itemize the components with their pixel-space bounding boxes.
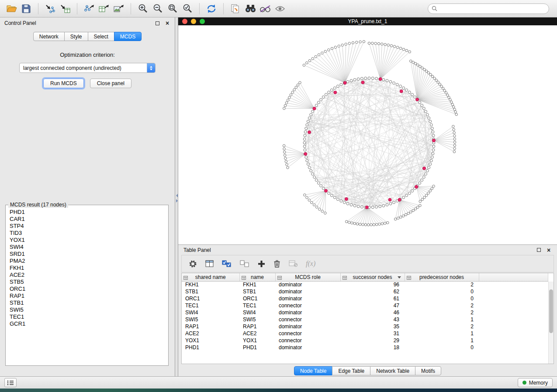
table-settings-button[interactable]	[189, 260, 197, 268]
zoom-in-button[interactable]	[136, 2, 150, 16]
zoom-selected-button[interactable]	[180, 2, 194, 16]
node-table-container: shared name name MCDS role	[181, 273, 554, 364]
import-table-button[interactable]	[58, 2, 72, 16]
table-row[interactable]: ACE2ACE2connector311	[182, 330, 548, 337]
run-mcds-button[interactable]: Run MCDS	[43, 79, 84, 88]
memory-label: Memory	[529, 380, 548, 386]
tab-mcds[interactable]: MCDS	[114, 32, 142, 41]
table-row[interactable]: SWI4SWI4dominator462	[182, 309, 548, 316]
window-close-button[interactable]	[182, 19, 187, 24]
mcds-node-item[interactable]: GCR1	[7, 320, 167, 327]
tab-motifs[interactable]: Motifs	[415, 366, 441, 375]
export-table-icon	[99, 4, 109, 14]
mcds-node-item[interactable]: STB5	[7, 279, 167, 285]
memory-button[interactable]: Memory	[518, 378, 553, 387]
column-header-predecessor-nodes[interactable]: predecessor nodes	[405, 273, 479, 281]
export-image-button[interactable]	[112, 2, 126, 16]
zoom-out-button[interactable]	[151, 2, 165, 16]
open-file-button[interactable]	[4, 2, 18, 16]
tab-edge-table[interactable]: Edge Table	[332, 366, 370, 375]
column-header-successor-nodes[interactable]: successor nodes	[340, 273, 405, 281]
table-row[interactable]: YOX1YOX1connector291	[182, 337, 548, 344]
control-panel-float-button[interactable]	[154, 20, 160, 26]
panel-menu-button[interactable]	[4, 378, 17, 387]
find-button[interactable]	[243, 2, 257, 16]
mcds-node-item[interactable]: RAP1	[7, 292, 167, 299]
mcds-node-item[interactable]: ORC1	[7, 285, 167, 292]
control-panel-close-button[interactable]: ×	[164, 20, 170, 26]
mcds-node-item[interactable]: CAR1	[7, 216, 167, 223]
mcds-node-item[interactable]: SWI4	[7, 244, 167, 251]
table-panel-title: Table Panel	[183, 247, 211, 253]
search-input[interactable]	[439, 6, 545, 12]
import-network-button[interactable]	[43, 2, 57, 16]
delete-table-button-disabled[interactable]	[289, 260, 298, 267]
eyeglasses-button[interactable]	[258, 2, 272, 16]
table-row[interactable]: RAP1RAP1dominator352	[182, 323, 548, 330]
table-scrollbar-thumb[interactable]	[549, 289, 553, 333]
select-all-button[interactable]	[222, 260, 232, 268]
toolbar-separator	[38, 3, 38, 14]
copy-button[interactable]	[228, 2, 242, 16]
table-row[interactable]: SWI5SWI5connector431	[182, 316, 548, 323]
table-panel-close-button[interactable]: ×	[546, 247, 552, 253]
show-columns-button[interactable]	[205, 260, 214, 267]
mcds-node-item[interactable]: PHD1	[7, 209, 167, 216]
toolbar-separator	[199, 3, 200, 14]
column-header-mcds-role[interactable]: MCDS role	[275, 273, 340, 281]
table-row[interactable]: STB1STB1dominator620	[182, 288, 548, 295]
application-window: Control Panel × Network Style Select MCD…	[0, 0, 557, 389]
mcds-node-item[interactable]: FKH1	[7, 265, 167, 272]
tab-network-table[interactable]: Network Table	[370, 366, 415, 375]
column-header-name[interactable]: name	[239, 273, 275, 281]
list-menu-icon	[7, 380, 14, 385]
export-network-icon	[84, 4, 94, 14]
table-panel-float-button[interactable]	[536, 247, 542, 253]
binoculars-icon	[245, 4, 256, 13]
control-panel-header: Control Panel ×	[0, 17, 175, 29]
table-panel-tabbar: Node Table Edge Table Network Table Moti…	[178, 364, 557, 376]
mcds-node-item[interactable]: SWI5	[7, 306, 167, 313]
mcds-node-item[interactable]: STP4	[7, 223, 167, 230]
search-box[interactable]	[428, 3, 549, 14]
toolbar-separator	[131, 3, 131, 14]
eye-button[interactable]	[273, 2, 287, 16]
mcds-node-item[interactable]: STB1	[7, 299, 167, 306]
mcds-node-item[interactable]: TEC1	[7, 313, 167, 320]
table-scrollbar[interactable]	[548, 282, 554, 364]
column-header-shared-name[interactable]: shared name	[182, 273, 239, 281]
function-builder-button-disabled[interactable]: f(x)	[306, 260, 315, 268]
mcds-node-item[interactable]: SRD1	[7, 251, 167, 258]
network-canvas[interactable]	[178, 25, 557, 245]
mcds-node-item[interactable]: TID3	[7, 230, 167, 237]
tab-style[interactable]: Style	[64, 32, 88, 41]
table-row[interactable]: FKH1FKH1dominator962	[182, 281, 548, 288]
save-button[interactable]	[19, 2, 33, 16]
tab-select[interactable]: Select	[88, 32, 114, 41]
mcds-result-list[interactable]: PHD1CAR1STP4TID3YOX1SWI4SRD1PMA2FKH1ACE2…	[7, 209, 167, 364]
deselect-all-button[interactable]	[240, 260, 249, 268]
tab-network[interactable]: Network	[33, 32, 65, 41]
close-icon: ×	[547, 248, 550, 252]
table-row[interactable]: ORC1ORC1dominator610	[182, 295, 548, 302]
zoom-fit-button[interactable]	[166, 2, 180, 16]
panel-divider[interactable]	[175, 17, 178, 376]
table-row[interactable]: TEC1TEC1connector472	[182, 302, 548, 309]
export-network-button[interactable]	[82, 2, 96, 16]
select-all-icon	[222, 260, 232, 268]
mcds-node-item[interactable]: ACE2	[7, 272, 167, 279]
mcds-node-item[interactable]: PMA2	[7, 258, 167, 265]
window-zoom-button[interactable]	[200, 19, 205, 24]
add-column-button[interactable]	[258, 260, 265, 268]
delete-column-button[interactable]	[273, 260, 280, 268]
refresh-button[interactable]	[204, 2, 218, 16]
tab-node-table[interactable]: Node Table	[294, 366, 333, 375]
window-minimize-button[interactable]	[191, 19, 196, 24]
criterion-dropdown[interactable]: largest connected component (undirected)	[19, 63, 156, 73]
panel-divider-handle[interactable]	[175, 194, 178, 205]
export-table-button[interactable]	[97, 2, 111, 16]
mcds-node-item[interactable]: YOX1	[7, 237, 167, 244]
search-icon	[432, 6, 437, 11]
close-panel-button[interactable]: Close panel	[90, 79, 131, 88]
table-row[interactable]: PHD1PHD1dominator180	[182, 344, 548, 351]
